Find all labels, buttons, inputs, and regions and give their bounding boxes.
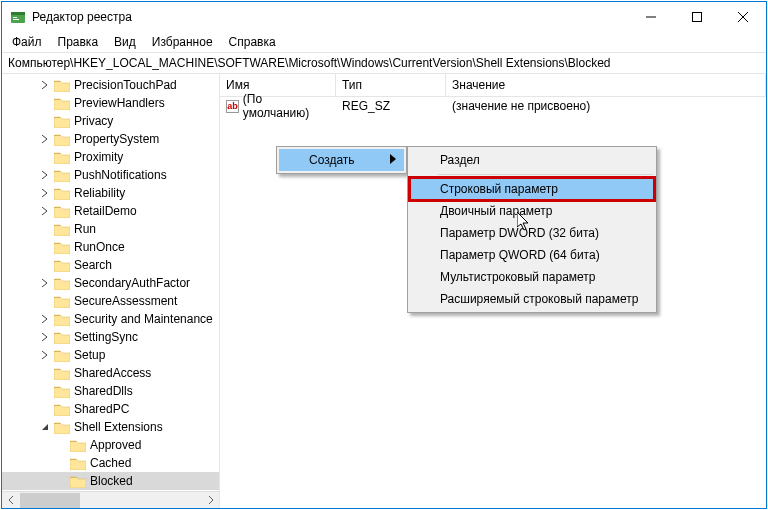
titlebar[interactable]: Редактор реестра bbox=[2, 2, 766, 32]
value-name: (По умолчанию) bbox=[243, 92, 330, 120]
submenu-arrow-icon bbox=[390, 153, 396, 167]
expand-icon[interactable] bbox=[38, 186, 52, 200]
svg-rect-1 bbox=[11, 12, 25, 15]
scroll-thumb[interactable] bbox=[20, 493, 80, 508]
window-controls bbox=[628, 2, 766, 32]
maximize-button[interactable] bbox=[674, 2, 720, 32]
context-menu-create[interactable]: Создать bbox=[279, 149, 404, 171]
folder-icon bbox=[54, 367, 70, 380]
folder-icon bbox=[54, 115, 70, 128]
tree-item[interactable]: PropertySystem bbox=[2, 130, 219, 148]
tree-item-label: Reliability bbox=[74, 186, 125, 200]
tree-item[interactable]: Run bbox=[2, 220, 219, 238]
value-type: REG_SZ bbox=[336, 99, 446, 113]
tree-item-label: SharedDlls bbox=[74, 384, 133, 398]
no-expander bbox=[54, 438, 68, 452]
close-button[interactable] bbox=[720, 2, 766, 32]
tree-pane[interactable]: PrecisionTouchPadPreviewHandlersPrivacyP… bbox=[2, 74, 220, 508]
folder-icon bbox=[54, 403, 70, 416]
no-expander bbox=[38, 114, 52, 128]
tree-item-label: Setup bbox=[74, 348, 105, 362]
no-expander bbox=[38, 294, 52, 308]
tree-item[interactable]: Reliability bbox=[2, 184, 219, 202]
list-row[interactable]: ab (По умолчанию) REG_SZ (значение не пр… bbox=[220, 97, 766, 115]
expand-icon[interactable] bbox=[38, 330, 52, 344]
folder-icon bbox=[54, 133, 70, 146]
tree-item-label: SharedPC bbox=[74, 402, 129, 416]
tree-item[interactable]: Shell Extensions bbox=[2, 418, 219, 436]
svg-rect-3 bbox=[13, 19, 19, 20]
tree-item[interactable]: Privacy bbox=[2, 112, 219, 130]
expand-icon[interactable] bbox=[38, 78, 52, 92]
no-expander bbox=[38, 222, 52, 236]
expand-icon[interactable] bbox=[38, 132, 52, 146]
expand-icon[interactable] bbox=[38, 168, 52, 182]
tree-item[interactable]: Blocked bbox=[2, 472, 219, 490]
submenu-string-value[interactable]: Строковый параметр bbox=[410, 178, 654, 200]
folder-icon bbox=[54, 277, 70, 290]
folder-icon bbox=[54, 259, 70, 272]
submenu-expandstring-value[interactable]: Расширяемый строковый параметр bbox=[410, 288, 654, 310]
tree-item[interactable]: PushNotifications bbox=[2, 166, 219, 184]
list-pane[interactable]: Имя Тип Значение ab (По умолчанию) REG_S… bbox=[220, 74, 766, 508]
submenu-dword-value[interactable]: Параметр DWORD (32 бита) bbox=[410, 222, 654, 244]
tree-item[interactable]: PrecisionTouchPad bbox=[2, 76, 219, 94]
tree-item[interactable]: SecureAssessment bbox=[2, 292, 219, 310]
tree-item[interactable]: Cached bbox=[2, 454, 219, 472]
minimize-button[interactable] bbox=[628, 2, 674, 32]
tree-item[interactable]: SettingSync bbox=[2, 328, 219, 346]
tree-item-label: Run bbox=[74, 222, 96, 236]
tree-item[interactable]: RunOnce bbox=[2, 238, 219, 256]
no-expander bbox=[38, 258, 52, 272]
tree-item[interactable]: Setup bbox=[2, 346, 219, 364]
folder-icon bbox=[54, 313, 70, 326]
menu-view[interactable]: Вид bbox=[108, 33, 142, 51]
expand-icon[interactable] bbox=[38, 276, 52, 290]
expand-icon[interactable] bbox=[38, 312, 52, 326]
folder-icon bbox=[54, 331, 70, 344]
tree-item[interactable]: SharedAccess bbox=[2, 364, 219, 382]
tree-item-label: PropertySystem bbox=[74, 132, 159, 146]
tree-item[interactable]: SecondaryAuthFactor bbox=[2, 274, 219, 292]
tree-item[interactable]: Search bbox=[2, 256, 219, 274]
submenu-qword-value[interactable]: Параметр QWORD (64 бита) bbox=[410, 244, 654, 266]
folder-icon bbox=[54, 241, 70, 254]
tree-item[interactable]: SharedDlls bbox=[2, 382, 219, 400]
value-data: (значение не присвоено) bbox=[446, 99, 766, 113]
folder-icon bbox=[54, 421, 70, 434]
column-type[interactable]: Тип bbox=[336, 74, 446, 96]
scroll-right-icon[interactable] bbox=[202, 492, 219, 509]
no-expander bbox=[38, 96, 52, 110]
menubar: Файл Правка Вид Избранное Справка bbox=[2, 32, 766, 52]
folder-icon bbox=[70, 457, 86, 470]
menu-edit[interactable]: Правка bbox=[52, 33, 105, 51]
submenu-multistring-value[interactable]: Мультистроковый параметр bbox=[410, 266, 654, 288]
tree-item-label: Security and Maintenance bbox=[74, 312, 213, 326]
scroll-left-icon[interactable] bbox=[2, 492, 19, 509]
folder-icon bbox=[54, 385, 70, 398]
tree-item-label: PrecisionTouchPad bbox=[74, 78, 177, 92]
tree-item-label: Blocked bbox=[90, 474, 133, 488]
tree-item-label: SettingSync bbox=[74, 330, 138, 344]
folder-icon bbox=[54, 349, 70, 362]
menu-help[interactable]: Справка bbox=[223, 33, 282, 51]
tree-item[interactable]: SharedPC bbox=[2, 400, 219, 418]
expand-icon[interactable] bbox=[38, 348, 52, 362]
submenu-binary-value[interactable]: Двоичный параметр bbox=[410, 200, 654, 222]
folder-icon bbox=[54, 205, 70, 218]
submenu-key[interactable]: Раздел bbox=[410, 149, 654, 171]
expand-icon[interactable] bbox=[38, 204, 52, 218]
folder-icon bbox=[70, 475, 86, 488]
column-value[interactable]: Значение bbox=[446, 74, 766, 96]
tree-item[interactable]: Proximity bbox=[2, 148, 219, 166]
tree-item[interactable]: PreviewHandlers bbox=[2, 94, 219, 112]
menu-favorites[interactable]: Избранное bbox=[146, 33, 219, 51]
tree-item[interactable]: Approved bbox=[2, 436, 219, 454]
tree-hscrollbar[interactable] bbox=[2, 491, 219, 508]
collapse-icon[interactable] bbox=[38, 420, 52, 434]
no-expander bbox=[54, 474, 68, 488]
menu-file[interactable]: Файл bbox=[6, 33, 48, 51]
tree-item[interactable]: RetailDemo bbox=[2, 202, 219, 220]
address-bar[interactable]: Компьютер\HKEY_LOCAL_MACHINE\SOFTWARE\Mi… bbox=[2, 52, 766, 74]
tree-item[interactable]: Security and Maintenance bbox=[2, 310, 219, 328]
